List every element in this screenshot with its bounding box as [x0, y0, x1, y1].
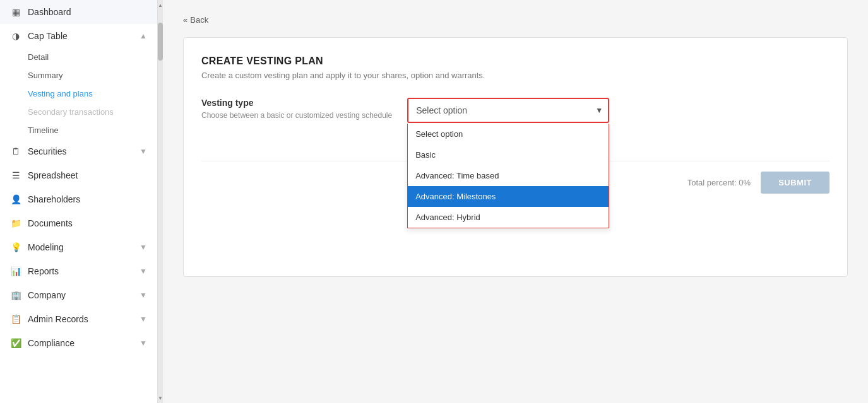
sidebar-sub-item-timeline[interactable]: Timeline: [0, 121, 157, 139]
vesting-type-select-wrapper: Select option ▼ Select option Basic Adva…: [407, 98, 609, 123]
sidebar-sub-item-secondary-transactions: Secondary transactions: [0, 103, 157, 121]
vesting-type-hint: Choose between a basic or customized ves…: [201, 110, 392, 121]
sidebar-sub-item-detail[interactable]: Detail: [0, 48, 157, 66]
select-value: Select option: [416, 105, 467, 115]
vesting-type-label: Vesting type: [201, 98, 392, 108]
sidebar-item-compliance[interactable]: ✅ Compliance ▼: [0, 331, 157, 355]
modeling-icon: 💡: [10, 242, 21, 253]
main-area: « Back CREATE VESTING PLAN Create a cust…: [163, 0, 868, 403]
sidebar-item-reports[interactable]: 📊 Reports ▼: [0, 259, 157, 283]
sidebar-item-label: Dashboard: [28, 7, 71, 17]
sidebar-item-admin-records[interactable]: 📋 Admin Records ▼: [0, 307, 157, 331]
scroll-down-arrow[interactable]: ▼: [158, 393, 163, 403]
dropdown-item-basic[interactable]: Basic: [408, 144, 609, 165]
back-arrow-icon: «: [183, 15, 187, 25]
dropdown-item-advanced-time[interactable]: Advanced: Time based: [408, 165, 609, 186]
chevron-down-icon: ▼: [140, 291, 147, 300]
sidebar-item-dashboard[interactable]: ▦ Dashboard: [0, 0, 157, 24]
sidebar-item-label: Spreadsheet: [28, 170, 78, 180]
sidebar-item-label: Reports: [28, 266, 59, 276]
chevron-down-icon: ▼: [140, 243, 147, 252]
page-title: CREATE VESTING PLAN: [201, 55, 829, 67]
admin-records-icon: 📋: [10, 313, 21, 325]
shareholders-icon: 👤: [10, 194, 21, 205]
company-icon: 🏢: [10, 289, 21, 301]
create-vesting-plan-card: CREATE VESTING PLAN Create a custom vest…: [183, 37, 848, 277]
documents-icon: 📁: [10, 218, 21, 229]
page-subtitle: Create a custom vesting plan and apply i…: [201, 71, 829, 80]
vesting-type-form-row: Vesting type Choose between a basic or c…: [201, 98, 829, 123]
chevron-up-icon: ▲: [140, 32, 147, 40]
sidebar-item-spreadsheet[interactable]: ☰ Spreadsheet: [0, 163, 157, 187]
sidebar-item-modeling[interactable]: 💡 Modeling ▼: [0, 235, 157, 259]
dropdown-item-advanced-hybrid[interactable]: Advanced: Hybrid: [408, 207, 609, 228]
total-percent-label: Total percent: 0%: [687, 178, 751, 187]
back-label: Back: [190, 15, 208, 25]
sidebar-item-label: Modeling: [28, 242, 64, 252]
dropdown-item-select-option[interactable]: Select option: [408, 124, 609, 144]
back-link[interactable]: « Back: [183, 15, 848, 25]
sidebar-item-label: Documents: [28, 218, 73, 228]
dashboard-icon: ▦: [10, 6, 21, 18]
vesting-type-select[interactable]: Select option: [407, 98, 609, 123]
page-content: « Back CREATE VESTING PLAN Create a cust…: [163, 0, 868, 403]
spreadsheet-icon: ☰: [10, 170, 21, 181]
cap-table-icon: ◑: [10, 30, 21, 42]
sidebar-item-securities[interactable]: 🗒 Securities ▼: [0, 139, 157, 163]
sidebar-item-label: Cap Table: [28, 31, 68, 41]
chevron-down-icon: ▼: [140, 267, 147, 276]
vesting-type-dropdown: Select option Basic Advanced: Time based…: [407, 124, 609, 228]
sidebar-item-label: Admin Records: [28, 314, 88, 324]
sidebar-item-label: Company: [28, 290, 66, 300]
sidebar-item-label: Securities: [28, 146, 66, 156]
form-label-group: Vesting type Choose between a basic or c…: [201, 98, 392, 121]
sidebar: ▦ Dashboard ◑ Cap Table ▲ Detail Summary…: [0, 0, 158, 403]
sidebar-item-shareholders[interactable]: 👤 Shareholders: [0, 187, 157, 211]
sidebar-item-label: Compliance: [28, 338, 74, 348]
scroll-up-arrow[interactable]: ▲: [158, 0, 163, 10]
securities-icon: 🗒: [10, 146, 21, 157]
sidebar-item-label: Shareholders: [28, 194, 80, 204]
submit-button[interactable]: SUBMIT: [761, 172, 829, 194]
scroll-thumb[interactable]: [158, 23, 163, 61]
sidebar-sub-item-vesting-and-plans[interactable]: Vesting and plans: [0, 85, 157, 103]
dropdown-item-advanced-milestones[interactable]: Advanced: Milestones: [408, 186, 609, 207]
reports-icon: 📊: [10, 266, 21, 277]
chevron-down-icon: ▼: [140, 147, 147, 156]
sidebar-item-documents[interactable]: 📁 Documents: [0, 211, 157, 235]
chevron-down-icon: ▼: [140, 339, 147, 348]
sidebar-item-cap-table[interactable]: ◑ Cap Table ▲: [0, 24, 157, 48]
sidebar-scrollbar[interactable]: ▲ ▼: [158, 0, 163, 403]
sidebar-item-company[interactable]: 🏢 Company ▼: [0, 283, 157, 307]
sidebar-sub-item-summary[interactable]: Summary: [0, 66, 157, 85]
chevron-down-icon: ▼: [140, 315, 147, 324]
compliance-icon: ✅: [10, 337, 21, 349]
